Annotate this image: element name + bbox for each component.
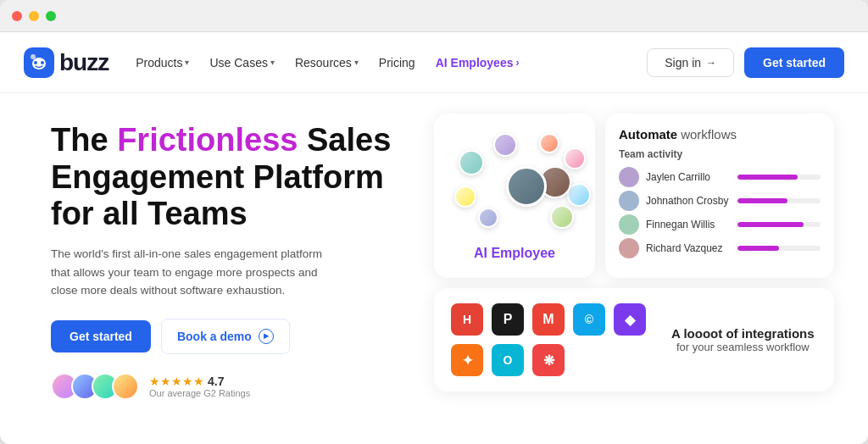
integration-icon-asterisk: ❋ — [532, 344, 565, 376]
ai-avatar — [539, 133, 559, 153]
integration-icon-hubspot: H — [451, 303, 483, 336]
social-proof: ★★★★★ 4.7 Our average G2 Ratings — [51, 373, 407, 400]
team-card-title-rest: workflows — [681, 127, 737, 142]
team-card-title-auto: Automate — [619, 127, 677, 142]
social-proof-avatars — [51, 373, 139, 400]
nav-actions: Sign in → Get started — [647, 47, 844, 78]
progress-bar-wrap — [737, 222, 821, 227]
logo-text: buzz — [59, 49, 108, 76]
team-activity-card: Automate workflows Team activity Jaylen … — [605, 114, 834, 278]
integrations-card: H P M © ◆ ✦ O ❋ A loooot of integrations… — [434, 288, 834, 391]
team-avatar — [619, 238, 639, 258]
page-content: buzz Products ▾ Use Cases ▾ Resources ▾ … — [0, 32, 868, 444]
nav-item-usecases[interactable]: Use Cases ▾ — [209, 56, 274, 69]
window-close-dot[interactable] — [12, 11, 22, 21]
progress-bar — [737, 175, 798, 180]
progress-bar — [737, 198, 787, 203]
window-maximize-dot[interactable] — [46, 11, 56, 21]
team-rows: Jaylen Carrillo Johnathon Crosby Finnega… — [619, 167, 821, 258]
nav-item-ai-employees[interactable]: AI Employees › — [436, 56, 520, 69]
hero-subtitle: The world's first all-in-one sales engag… — [51, 245, 339, 300]
hero-title: The Frictionless Sales Engagement Platfo… — [51, 122, 407, 233]
ai-avatar — [459, 150, 484, 175]
team-avatar — [619, 214, 639, 235]
progress-bar-wrap — [737, 175, 821, 180]
get-started-nav-button[interactable]: Get started — [744, 47, 844, 78]
team-row: Jaylen Carrillo — [619, 167, 821, 187]
ai-employee-label: AI Employee — [474, 246, 555, 261]
integration-icon-c: © — [573, 303, 605, 336]
arrow-right-icon: → — [706, 57, 716, 69]
rating-info: ★★★★★ 4.7 Our average G2 Ratings — [149, 375, 250, 398]
team-row: Richard Vazquez — [619, 238, 821, 258]
ai-center-avatar — [506, 166, 547, 207]
progress-bar — [737, 222, 804, 227]
nav-item-pricing[interactable]: Pricing — [379, 56, 415, 69]
integration-icon-outlook: O — [492, 344, 524, 376]
svg-point-3 — [41, 61, 44, 64]
progress-bar-wrap — [737, 198, 821, 203]
get-started-button[interactable]: Get started — [51, 320, 151, 352]
chevron-down-icon: ▾ — [270, 58, 275, 67]
ai-employee-card: AI Employee — [434, 114, 595, 278]
rating-number: 4.7 — [208, 375, 224, 388]
logo[interactable]: buzz — [24, 47, 108, 78]
hero-left: The Frictionless Sales Engagement Platfo… — [51, 114, 407, 400]
chevron-down-icon: ▾ — [185, 58, 189, 67]
team-row: Finnegan Willis — [619, 214, 821, 235]
book-demo-button[interactable]: Book a demo ▶ — [161, 319, 290, 354]
team-subtitle: Team activity — [619, 148, 821, 160]
nav-links: Products ▾ Use Cases ▾ Resources ▾ Prici… — [136, 56, 620, 69]
workflow-bold-text: A loooot of integrations — [671, 326, 815, 341]
stars: ★★★★★ — [149, 375, 204, 388]
nav-item-products[interactable]: Products ▾ — [136, 56, 189, 69]
team-member-name: Richard Vazquez — [646, 242, 731, 254]
ai-avatar — [550, 205, 574, 229]
ai-network — [451, 130, 595, 241]
progress-bar-wrap — [737, 246, 821, 251]
team-row: Johnathon Crosby — [619, 191, 821, 211]
integration-icons-grid: H P M © ◆ ✦ O ❋ — [451, 303, 654, 376]
team-member-name: Jaylen Carrillo — [646, 171, 731, 183]
hero-section: The Frictionless Sales Engagement Platfo… — [0, 93, 868, 444]
ai-avatar — [454, 186, 476, 208]
progress-bar — [737, 246, 779, 251]
hero-right: AI Employee Automate workflows Team acti… — [434, 114, 834, 391]
workflow-sub-text: for your seamless workflow — [671, 341, 815, 353]
navbar: buzz Products ▾ Use Cases ▾ Resources ▾ … — [0, 32, 868, 93]
ai-avatar — [493, 133, 517, 157]
browser-chrome — [0, 0, 868, 32]
window-minimize-dot[interactable] — [29, 11, 39, 21]
svg-point-4 — [31, 54, 36, 59]
hero-buttons: Get started Book a demo ▶ — [51, 319, 407, 354]
signin-button[interactable]: Sign in → — [647, 48, 734, 77]
chevron-down-icon: ▾ — [354, 58, 359, 67]
browser-window: buzz Products ▾ Use Cases ▾ Resources ▾ … — [0, 0, 868, 444]
integration-icon-gmail: M — [532, 303, 565, 336]
arrow-right-icon: › — [515, 57, 519, 69]
team-member-name: Johnathon Crosby — [646, 195, 731, 207]
svg-point-2 — [34, 61, 37, 64]
rating-label: Our average G2 Ratings — [149, 388, 250, 398]
integration-icon-p: P — [492, 303, 524, 336]
logo-icon — [24, 47, 54, 78]
team-avatar — [619, 191, 639, 211]
team-member-name: Finnegan Willis — [646, 219, 731, 230]
team-avatar — [619, 167, 639, 187]
integration-icon-clickup: ◆ — [614, 303, 646, 336]
workflow-text: A loooot of integrations for your seamle… — [671, 326, 815, 353]
avatar — [112, 373, 139, 400]
ai-avatar — [478, 208, 498, 228]
nav-item-resources[interactable]: Resources ▾ — [295, 56, 359, 69]
ai-avatar — [564, 147, 586, 169]
integration-icon-orange: ✦ — [451, 344, 483, 376]
play-icon: ▶ — [259, 329, 274, 344]
